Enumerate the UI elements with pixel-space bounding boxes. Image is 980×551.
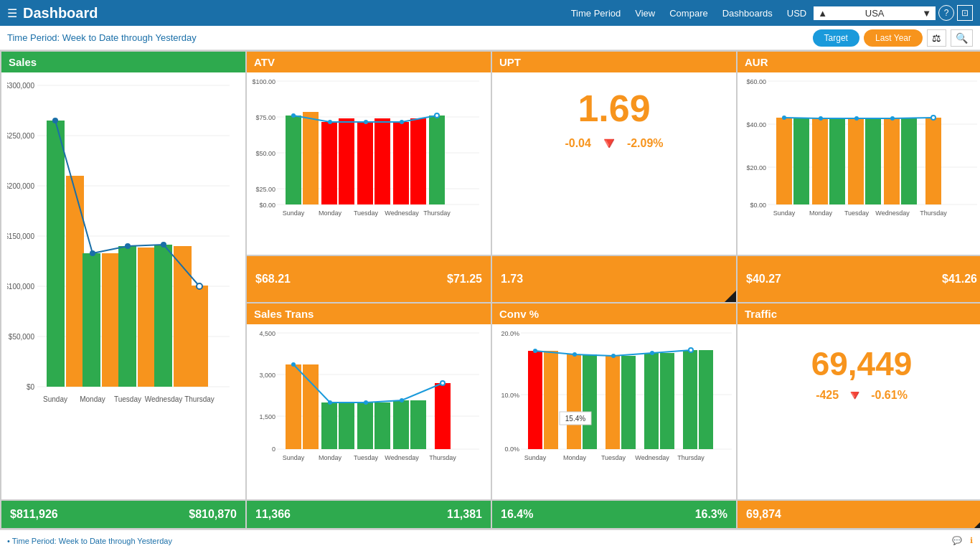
nav-dashboards[interactable]: Dashboards [722,8,773,19]
svg-rect-14 [47,121,65,387]
upt-down-arrow: 🔻 [598,133,620,154]
zoom-icon-button[interactable]: 🔍 [951,29,973,47]
sales-trans-bottom-bar: 11,366 11,381 [247,501,491,528]
target-button[interactable]: Target [813,29,859,47]
search-prev-button[interactable]: ▲ [814,6,831,20]
conv-header: Conv % [492,303,736,324]
svg-text:Thursday: Thursday [429,454,456,461]
svg-point-81 [854,116,859,121]
traffic-change-pct: -0.61% [871,389,908,402]
svg-rect-105 [435,383,451,449]
svg-text:$25.00: $25.00 [255,186,275,193]
svg-point-27 [197,283,202,289]
svg-rect-122 [528,351,542,449]
svg-point-109 [400,398,404,402]
svg-rect-73 [829,118,845,204]
svg-rect-125 [583,354,597,449]
svg-text:$50,000: $50,000 [9,333,35,341]
search-next-button[interactable]: ▼ [918,6,936,20]
svg-rect-124 [567,354,581,449]
aur-header: AUR [738,52,980,72]
svg-text:$100.00: $100.00 [252,78,275,85]
svg-rect-45 [321,122,337,204]
svg-rect-76 [884,118,900,204]
svg-text:$150,000: $150,000 [7,232,34,240]
app-title: Dashboard [23,5,571,22]
aur-metric-bar: $40.27 $41.26 [738,256,980,301]
svg-rect-77 [901,118,917,204]
svg-rect-71 [793,118,809,204]
svg-rect-78 [925,118,941,204]
nav-currency[interactable]: USD [787,8,806,19]
svg-point-53 [328,120,332,124]
time-period-label: Time Period: Week to Date through Yester… [7,32,197,43]
svg-point-79 [782,116,786,120]
svg-text:0.0%: 0.0% [504,446,519,453]
svg-text:$75.00: $75.00 [255,114,275,121]
svg-point-106 [291,362,296,367]
export-button[interactable]: ⊡ [957,5,973,21]
svg-text:$40.00: $40.00 [746,121,766,128]
conv-chart: 20.0% 10.0% 0.0% [495,326,739,466]
traffic-widget: Traffic 69,449 -425 🔻 -0.61% [738,303,980,499]
footer-icons: 💬 ℹ [952,536,973,545]
conv-current: 16.4% [501,508,533,521]
svg-text:Wednesday: Wednesday [145,395,183,403]
aur-lastyear: $41.26 [942,273,977,286]
footer-period: • Time Period: Week to Date through Yest… [7,537,172,545]
svg-rect-72 [812,118,828,204]
traffic-header: Traffic [738,303,980,324]
atv-header: ATV [247,52,491,72]
svg-rect-123 [544,351,558,449]
svg-point-107 [328,400,332,405]
last-year-button[interactable]: Last Year [864,29,923,47]
conv-bottom-bar: 16.4% 16.3% [492,501,736,528]
footer-info-icon[interactable]: ℹ [970,536,973,545]
svg-text:Tuesday: Tuesday [844,209,870,217]
svg-rect-16 [83,253,100,387]
svg-text:$60.00: $60.00 [746,78,766,85]
sales-trans-chart: 4,500 3,000 1,500 0 [250,326,486,466]
svg-text:Sunday: Sunday [43,395,67,403]
search-input[interactable] [831,6,918,20]
svg-text:Tuesday: Tuesday [354,454,379,461]
help-button[interactable]: ? [938,5,954,21]
sales-lastyear: $810,870 [189,508,237,521]
svg-text:Monday: Monday [563,454,587,461]
nav-time-period[interactable]: Time Period [571,8,621,19]
upt-change-value: -0.04 [565,137,590,150]
nav-view[interactable]: View [635,8,655,19]
svg-rect-102 [374,402,390,449]
svg-rect-100 [339,402,354,449]
atv-chart: $100.00 $75.00 $50.00 $25.00 $0.00 [250,74,486,221]
nav-compare[interactable]: Compare [669,8,707,19]
svg-point-24 [90,250,95,256]
svg-rect-22 [190,286,208,387]
svg-text:Sunday: Sunday [283,454,305,461]
svg-point-110 [440,381,445,385]
header: ☰ Dashboard Time Period View Compare Das… [0,0,980,26]
svg-point-83 [931,116,936,120]
svg-rect-99 [321,402,337,449]
svg-rect-128 [644,353,659,449]
search-area: ▲ ▼ ? ⊡ [814,5,973,21]
footer-chat-icon[interactable]: 💬 [952,536,962,545]
traffic-corner-flag [974,517,980,528]
traffic-down-arrow: 🔻 [846,387,864,404]
svg-text:$250,000: $250,000 [7,132,34,140]
svg-text:$300,000: $300,000 [7,82,34,90]
corner-flag [725,291,736,302]
svg-text:Thursday: Thursday [677,454,705,461]
traffic-number: 69,449 [743,330,980,387]
svg-rect-51 [429,116,445,204]
menu-icon[interactable]: ☰ [7,6,17,20]
svg-text:$50.00: $50.00 [255,150,275,157]
nav: Time Period View Compare Dashboards USD [571,8,807,19]
upt-widget: UPT 1.69 -0.04 🔻 -2.09% [492,52,736,255]
svg-text:Tuesday: Tuesday [601,454,626,461]
svg-rect-46 [339,118,354,204]
svg-rect-131 [699,350,713,449]
svg-point-55 [400,120,404,124]
scale-icon-button[interactable]: ⚖ [927,29,946,47]
svg-text:Wednesday: Wednesday [875,209,910,217]
